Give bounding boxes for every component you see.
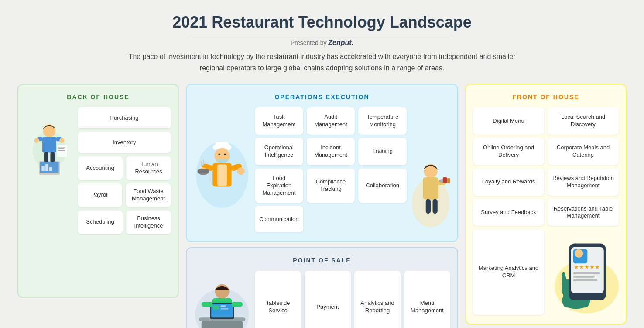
main-grid: BACK OF HOUSE	[17, 84, 627, 328]
header: 2021 Restaurant Technology Landscape Pre…	[17, 13, 627, 73]
boh-item-inventory: Inventory	[78, 132, 171, 153]
pos-menu-management: Menu Management	[404, 271, 450, 328]
foh-online-ordering: Online Ordering and Delivery	[473, 138, 544, 165]
boh-row-4: Payroll Food Waste Management	[78, 183, 171, 207]
svg-point-60	[575, 249, 583, 258]
svg-rect-52	[202, 302, 213, 307]
svg-rect-46	[202, 321, 243, 328]
svg-rect-15	[58, 147, 66, 148]
svg-rect-41	[433, 199, 438, 214]
pos-payment: Payment	[305, 271, 351, 328]
boh-row-2: Inventory	[78, 132, 171, 153]
svg-point-23	[218, 153, 220, 155]
ops-execution-panel: OPERATIONS EXECUTION	[186, 84, 458, 242]
ops-illustration	[194, 107, 250, 232]
ops-training: Training	[358, 138, 407, 165]
svg-rect-51	[220, 308, 228, 310]
boh-content: Purchasing Inventory Accounting Human Re…	[25, 107, 171, 234]
boh-row-1: Purchasing	[78, 107, 171, 128]
boh-item-accounting: Accounting	[78, 156, 123, 180]
ops-operational-intelligence: Operational Intelligence	[255, 138, 303, 165]
page-wrapper: 2021 Restaurant Technology Landscape Pre…	[0, 0, 644, 328]
ops-audit-management: Audit Management	[307, 107, 355, 135]
pos-analytics-reporting: Analytics and Reporting	[354, 271, 401, 328]
pos-items-grid: Tableside Service Payment Analytics and …	[255, 271, 450, 328]
boh-item-hr: Human Resources	[126, 156, 171, 180]
boh-item-food-waste: Food Waste Management	[126, 183, 171, 207]
svg-rect-35	[423, 177, 438, 200]
boh-item-purchasing: Purchasing	[78, 107, 171, 128]
svg-point-6	[59, 138, 64, 143]
svg-rect-38	[443, 177, 447, 183]
svg-rect-39	[447, 179, 450, 183]
svg-rect-40	[426, 199, 431, 214]
svg-rect-49	[213, 306, 219, 310]
ops-grid-area: Task Management Audit Management Tempera…	[194, 107, 450, 232]
brand-name: Zenput.	[328, 39, 353, 46]
ops-temperature-monitoring: Temperature Monitoring	[358, 107, 407, 135]
pos-grid-area: Tableside Service Payment Analytics and …	[194, 271, 450, 328]
pos-panel: POINT OF SALE	[186, 247, 458, 328]
front-of-house-title: FRONT OF HOUSE	[473, 93, 619, 100]
svg-rect-20	[215, 142, 230, 149]
presented-by: Presented by Zenput.	[17, 39, 627, 47]
foh-corporate-meals: Corporate Meals and Catering	[548, 138, 619, 165]
ops-compliance-tracking: Compliance Tracking	[307, 169, 355, 203]
svg-rect-16	[58, 148, 64, 149]
pos-tableside-service: Tableside Service	[255, 271, 301, 328]
svg-rect-53	[231, 302, 243, 307]
foh-reviews: Reviews and Reputation Management	[548, 169, 619, 196]
svg-rect-67	[562, 272, 565, 282]
svg-text:★★★★★: ★★★★★	[574, 264, 600, 271]
svg-rect-63	[573, 276, 595, 278]
ops-section: OPERATIONS EXECUTION	[186, 84, 458, 328]
back-of-house-panel: BACK OF HOUSE	[17, 84, 179, 298]
svg-point-1	[43, 125, 56, 138]
ops-incident-management: Incident Management	[307, 138, 355, 165]
foh-loyalty: Loyalty and Rewards	[473, 169, 544, 196]
back-of-house-title: BACK OF HOUSE	[25, 93, 171, 100]
ops-food-expiration: Food Expiration Management	[255, 169, 303, 203]
boh-item-bi: Business Intelligence	[126, 211, 171, 234]
ops-title: OPERATIONS EXECUTION	[194, 93, 450, 100]
foh-local-search: Local Search and Discovery	[548, 107, 619, 135]
foh-grid: Digital Menu Local Search and Discovery …	[473, 107, 619, 315]
header-divider	[191, 35, 453, 35]
svg-rect-11	[49, 167, 52, 172]
cook-illustration	[194, 128, 250, 213]
pos-title: POINT OF SALE	[194, 257, 450, 264]
foh-marketing-analytics: Marketing Analytics and CRM	[473, 229, 544, 315]
svg-rect-62	[573, 272, 600, 274]
boh-row-5: Scheduling Business Intelligence	[78, 211, 171, 234]
svg-rect-12	[44, 152, 48, 162]
foh-digital-menu: Digital Menu	[473, 107, 544, 135]
svg-rect-32	[198, 169, 209, 173]
foh-phone-illustration: ★★★★★	[548, 229, 619, 315]
svg-rect-50	[220, 306, 226, 307]
ops-communication: Communication	[255, 206, 303, 232]
foh-survey: Survey and Feedback	[473, 199, 544, 226]
front-of-house-panel: FRONT OF HOUSE Digital Menu Local Search…	[465, 84, 627, 325]
svg-point-30	[237, 167, 245, 175]
ops-task-management: Task Management	[255, 107, 303, 135]
svg-rect-26	[217, 164, 227, 186]
boh-illustration	[25, 107, 73, 234]
svg-rect-9	[41, 166, 44, 171]
svg-point-24	[224, 153, 226, 155]
ops-items-grid: Task Management Audit Management Tempera…	[255, 107, 407, 232]
pos-illustration	[194, 271, 250, 328]
svg-rect-64	[573, 279, 597, 281]
svg-rect-17	[58, 150, 65, 151]
page-title: 2021 Restaurant Technology Landscape	[17, 13, 627, 31]
waiter-illustration	[411, 107, 450, 232]
cashier-illustration	[194, 271, 250, 328]
boh-items: Purchasing Inventory Accounting Human Re…	[78, 107, 171, 234]
svg-point-34	[424, 164, 438, 178]
boh-item-scheduling: Scheduling	[78, 211, 123, 234]
foh-reservations: Reservations and Table Management	[548, 199, 619, 226]
description: The pace of investment in technology by …	[126, 51, 518, 73]
svg-point-5	[34, 138, 39, 143]
worker-illustration	[27, 112, 71, 182]
ops-collaboration: Collaboration	[358, 169, 407, 203]
svg-rect-10	[45, 164, 48, 171]
